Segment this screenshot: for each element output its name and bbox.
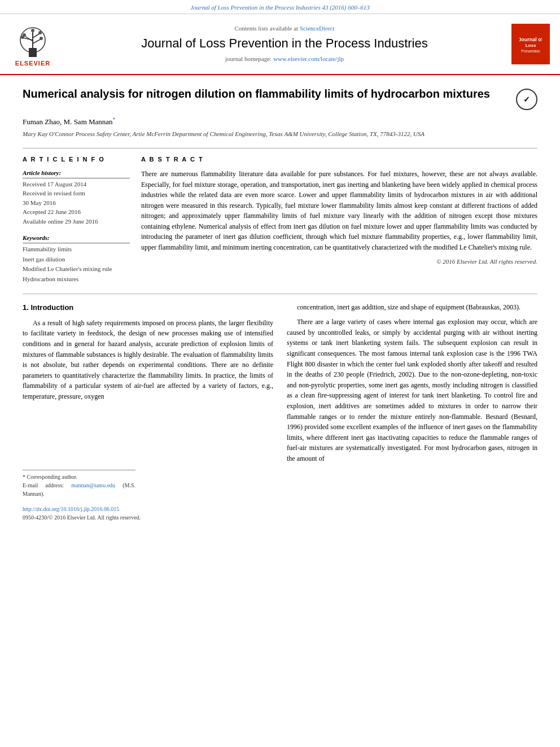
homepage-label: journal homepage:: [225, 55, 272, 62]
crossmark-container: [509, 86, 537, 110]
svg-text:Prevention: Prevention: [521, 49, 540, 53]
contents-label: Contents lists available at: [234, 25, 298, 32]
intro-paragraph-1: As a result of high safety requirements …: [23, 318, 273, 402]
email-label: E-mail address:: [23, 482, 64, 488]
received-revised-label: Received in revised form: [23, 189, 130, 198]
homepage-line: journal homepage: www.elsevier.com/locat…: [64, 55, 505, 64]
abstract-panel: A B S T R A C T There are numerous flamm…: [141, 155, 537, 285]
email-link[interactable]: mannan@tamu.edu: [71, 482, 115, 488]
journal-title: Journal of Loss Prevention in the Proces…: [64, 34, 505, 53]
homepage-link[interactable]: www.elsevier.com/locate/jlp: [273, 55, 344, 62]
elsevier-wordmark: ELSEVIER: [15, 59, 50, 68]
corresponding-author-note: * Corresponding author.: [23, 473, 135, 481]
introduction-title: 1. Introduction: [23, 302, 273, 313]
received-date: Received 17 August 2014: [23, 180, 130, 189]
abstract-header: A B S T R A C T: [141, 155, 537, 164]
keyword-3: Modified Le Chatelier's mixing rule: [23, 264, 130, 274]
accepted-date: Accepted 22 June 2016: [23, 207, 130, 217]
svg-point-9: [40, 37, 43, 40]
svg-point-11: [31, 29, 34, 32]
body-text-columns: 1. Introduction As a result of high safe…: [23, 302, 537, 522]
section-number: 1.: [23, 303, 29, 312]
jlp-logo: Journal of Loss Prevention: [511, 24, 550, 64]
copyright-line: © 2016 Elsevier Ltd. All rights reserved…: [141, 257, 537, 267]
keyword-4: Hydrocarbon mixtures: [23, 274, 130, 285]
svg-text:Loss: Loss: [526, 43, 536, 48]
affiliation-text: Mary Kay O'Connor Process Safety Center,…: [23, 130, 537, 139]
article-info-header: A R T I C L E I N F O: [23, 155, 130, 164]
crossmark-badge: [516, 89, 537, 110]
issn-text: 0950-4230/© 2016 Elsevier Ltd. All right…: [23, 513, 273, 522]
keywords-label: Keywords:: [23, 234, 130, 243]
svg-line-5: [33, 39, 41, 43]
journal-header: ELSEVIER Contents lists available at Sci…: [0, 14, 560, 75]
corresponding-author-label: * Corresponding author.: [23, 474, 77, 480]
available-online: Available online 29 June 2016: [23, 217, 130, 226]
received-revised-date: 30 May 2016: [23, 198, 130, 208]
article-title: Numerical analysis for nitrogen dilution…: [23, 86, 509, 101]
section-title-text: Introduction: [30, 303, 73, 312]
doi-link[interactable]: http://dx.doi.org/10.1016/j.jlp.2016.06.…: [23, 506, 119, 512]
contents-available-line: Contents lists available at ScienceDirec…: [64, 24, 505, 33]
svg-point-8: [38, 31, 42, 34]
journal-ref-text: Journal of Loss Prevention in the Proces…: [190, 4, 370, 11]
journal-header-center: Contents lists available at ScienceDirec…: [64, 24, 505, 64]
footnote-area: * Corresponding author. E-mail address: …: [23, 470, 135, 498]
author-note-sup: *: [113, 116, 116, 123]
jlp-logo-container: Journal of Loss Prevention: [505, 24, 550, 64]
body-right-column: concentration, inert gas addition, size …: [287, 302, 537, 522]
keyword-1: Flammability limits: [23, 244, 130, 255]
authors-text: Fuman Zhao, M. Sam Mannan: [23, 117, 113, 126]
article-info-panel: A R T I C L E I N F O Article history: R…: [23, 155, 130, 285]
article-info-abstract-row: A R T I C L E I N F O Article history: R…: [23, 148, 537, 285]
svg-point-10: [21, 36, 24, 39]
page-footer: http://dx.doi.org/10.1016/j.jlp.2016.06.…: [23, 505, 273, 522]
email-footnote: E-mail address: mannan@tamu.edu (M.S. Ma…: [23, 481, 135, 498]
article-title-section: Numerical analysis for nitrogen dilution…: [23, 86, 537, 110]
jlp-logo-icon: Journal of Loss Prevention: [519, 33, 542, 55]
intro-paragraph-2: There are a large variety of cases where…: [287, 317, 537, 464]
svg-text:Journal of: Journal of: [519, 37, 542, 42]
main-content: Numerical analysis for nitrogen dilution…: [0, 75, 560, 534]
elsevier-logo-container: ELSEVIER: [10, 20, 55, 68]
article-history-label: Article history:: [23, 169, 130, 178]
body-divider: [23, 294, 537, 294]
body-left-column: 1. Introduction As a result of high safe…: [23, 302, 273, 522]
sciencedirect-link[interactable]: ScienceDirect: [300, 25, 335, 32]
abstract-text: There are numerous flammability literatu…: [141, 169, 537, 253]
intro-paragraph-1-cont: concentration, inert gas addition, size …: [287, 302, 537, 313]
journal-reference-bar: Journal of Loss Prevention in the Proces…: [0, 0, 560, 14]
authors-line: Fuman Zhao, M. Sam Mannan*: [23, 116, 537, 128]
keywords-list: Flammability limits Inert gas dilution M…: [23, 244, 130, 284]
elsevier-tree-icon: [13, 20, 53, 58]
keyword-2: Inert gas dilution: [23, 255, 130, 265]
